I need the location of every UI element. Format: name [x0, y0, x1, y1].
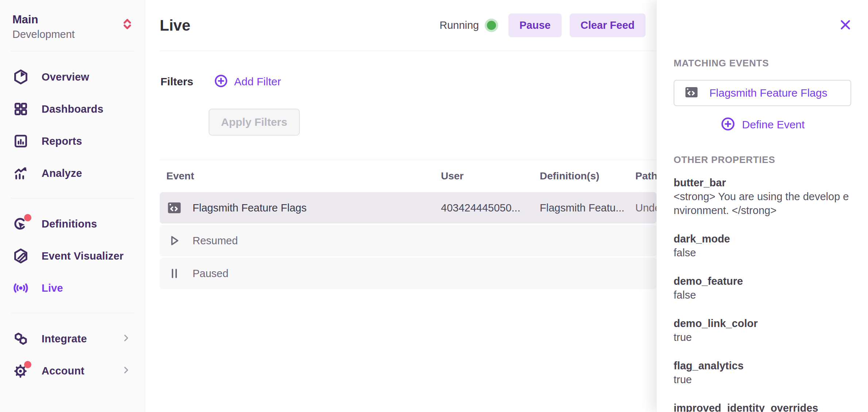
column-header-path: Path — [635, 170, 658, 182]
sidebar-item-label: Dashboards — [42, 103, 104, 115]
user-cell: 403424445050... — [441, 202, 540, 214]
sidebar-item-label: Account — [42, 365, 84, 377]
event-details-panel: MATCHING EVENTS Flagsmith Feature Flags … — [656, 0, 868, 412]
dashboards-icon — [12, 101, 29, 117]
running-status-dot — [487, 21, 496, 30]
plus-circle-icon — [720, 116, 736, 133]
property-name: butter_bar — [674, 176, 851, 190]
add-filter-label: Add Filter — [234, 75, 281, 88]
sidebar-item-integrate[interactable]: Integrate — [11, 323, 134, 355]
sidebar-item-label: Definitions — [42, 218, 97, 230]
property-name: demo_link_color — [674, 316, 851, 330]
notification-dot — [24, 214, 31, 221]
workspace-switcher[interactable]: Main Development — [11, 10, 134, 51]
property-value: true — [674, 373, 851, 386]
property-value: <strong> You are using the develop envir… — [674, 190, 851, 217]
page-title: Live — [160, 17, 190, 34]
event-name: Resumed — [193, 235, 238, 247]
main-content: Live Running Pause Clear Feed Filters Ad… — [145, 0, 656, 412]
property-name: demo_feature — [674, 274, 851, 288]
property-value: false — [674, 288, 851, 302]
sidebar-item-label: Reports — [42, 135, 82, 147]
sidebar-item-label: Integrate — [42, 333, 87, 345]
app-window: Main Development Overview Dashboards — [0, 0, 868, 412]
properties-list: butter_bar <strong> You are using the de… — [674, 176, 851, 412]
add-filter-button[interactable]: Add Filter — [214, 74, 281, 90]
property-item: improved_identity_overrides false — [674, 401, 851, 412]
integrate-icon — [12, 330, 29, 347]
close-icon[interactable] — [839, 18, 852, 31]
property-item: flag_analytics true — [674, 359, 851, 386]
sidebar-item-label: Overview — [42, 71, 89, 83]
property-item: dark_mode false — [674, 232, 851, 260]
sidebar-section-analytics: Overview Dashboards Reports Analyze — [11, 51, 134, 198]
header-actions: Running Pause Clear Feed — [439, 13, 646, 37]
feed-table-header: Event User Definition(s) Path — [160, 160, 656, 192]
sidebar-item-label: Event Visualizer — [42, 250, 124, 262]
plus-circle-icon — [214, 74, 228, 90]
pause-button[interactable]: Pause — [508, 13, 561, 37]
code-window-icon — [684, 85, 699, 101]
table-row[interactable]: Flagsmith Feature Flags 403424445050... … — [160, 192, 656, 224]
column-header-definitions: Definition(s) — [540, 170, 635, 182]
notification-dot — [24, 361, 31, 368]
property-name: improved_identity_overrides — [674, 401, 851, 412]
filters-label: Filters — [160, 75, 193, 88]
chevron-right-icon — [121, 333, 132, 345]
feed-status-label: Running — [439, 19, 479, 31]
clear-feed-button[interactable]: Clear Feed — [570, 13, 646, 37]
sidebar: Main Development Overview Dashboards — [0, 0, 145, 412]
table-row[interactable]: Resumed — [160, 225, 656, 256]
sidebar-item-live[interactable]: Live — [11, 272, 134, 304]
analyze-icon — [12, 165, 29, 182]
live-icon — [12, 280, 29, 296]
definitions-cell: Flagsmith Featu... — [540, 202, 635, 214]
path-cell: Unde — [635, 202, 656, 214]
play-icon — [166, 233, 182, 249]
reports-icon — [12, 133, 29, 149]
event-name: Paused — [193, 268, 228, 280]
property-item: butter_bar <strong> You are using the de… — [674, 176, 851, 217]
property-name: flag_analytics — [674, 359, 851, 373]
page-header: Live Running Pause Clear Feed — [160, 0, 656, 51]
matching-event-name: Flagsmith Feature Flags — [709, 87, 827, 99]
define-event-button[interactable]: Define Event — [674, 116, 851, 133]
environment-name: Development — [12, 27, 75, 42]
definitions-icon — [12, 215, 29, 232]
property-value: true — [674, 330, 851, 344]
property-item: demo_link_color true — [674, 316, 851, 344]
event-name: Flagsmith Feature Flags — [193, 202, 307, 214]
column-header-event: Event — [166, 170, 441, 182]
apply-filters-button[interactable]: Apply Filters — [209, 109, 300, 136]
sidebar-item-dashboards[interactable]: Dashboards — [11, 93, 134, 125]
workspace-names: Main Development — [12, 12, 75, 42]
sidebar-item-definitions[interactable]: Definitions — [11, 208, 134, 240]
pause-bars-icon — [166, 265, 182, 281]
other-properties-label: OTHER PROPERTIES — [674, 154, 851, 166]
property-name: dark_mode — [674, 232, 851, 246]
matching-events-label: MATCHING EVENTS — [674, 58, 851, 69]
property-item: demo_feature false — [674, 274, 851, 302]
sidebar-section-data: Definitions Event Visualizer Live — [11, 198, 134, 313]
event-visualizer-icon — [12, 248, 29, 264]
matching-event-item[interactable]: Flagsmith Feature Flags — [674, 80, 851, 106]
account-gear-icon — [12, 362, 29, 379]
column-header-user: User — [441, 170, 540, 182]
sidebar-item-label: Analyze — [42, 167, 82, 179]
sidebar-item-event-visualizer[interactable]: Event Visualizer — [11, 240, 134, 272]
sidebar-item-label: Live — [42, 282, 63, 294]
property-value: false — [674, 246, 851, 260]
filters-block: Filters Add Filter Apply Filters — [160, 51, 656, 160]
project-name: Main — [12, 12, 75, 27]
sidebar-item-overview[interactable]: Overview — [11, 61, 134, 93]
sidebar-item-analyze[interactable]: Analyze — [11, 157, 134, 189]
table-row[interactable]: Paused — [160, 258, 656, 289]
overview-icon — [12, 69, 29, 85]
chevron-right-icon — [121, 365, 132, 377]
code-window-icon — [166, 200, 182, 216]
sidebar-item-reports[interactable]: Reports — [11, 125, 134, 157]
define-event-label: Define Event — [742, 118, 805, 131]
sidebar-section-settings: Integrate Account — [11, 313, 134, 396]
sort-updown-icon[interactable] — [122, 18, 132, 32]
sidebar-item-account[interactable]: Account — [11, 355, 134, 387]
